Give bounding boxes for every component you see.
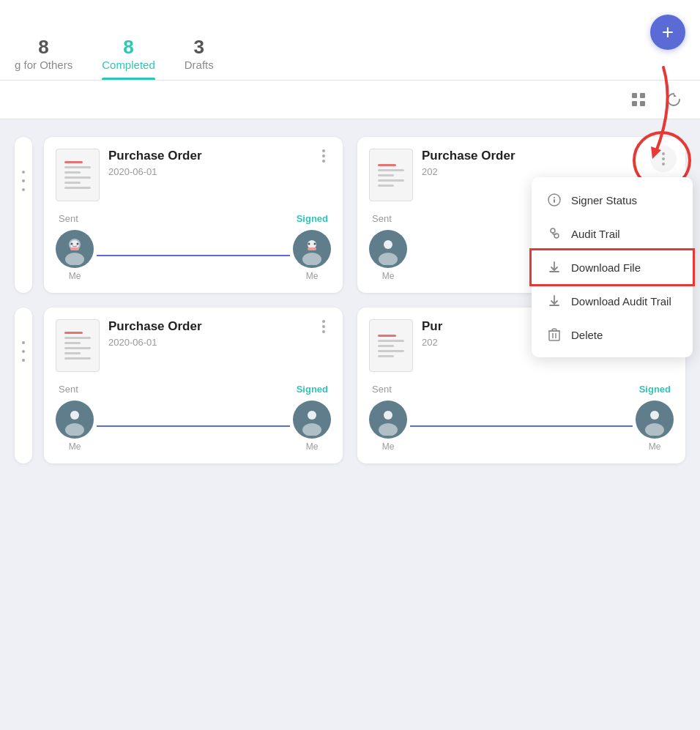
card-4-connector xyxy=(410,425,633,427)
toolbar xyxy=(0,81,700,119)
card-4-signer1: Me xyxy=(369,401,407,452)
card-1-header: Purchase Order 2020-06-01 xyxy=(56,149,331,201)
card-2-signer1-label: Me xyxy=(382,271,395,281)
refresh-button[interactable] xyxy=(662,88,685,111)
menu-delete-label: Delete xyxy=(571,329,603,341)
card-1-menu-button[interactable] xyxy=(313,146,334,166)
card-2-container: Purchase Order 202 Sent Me xyxy=(357,137,685,293)
card-4-avatar1 xyxy=(369,401,407,439)
svg-rect-3 xyxy=(640,101,645,106)
card-1-signed-status: Signed xyxy=(297,213,328,224)
menu-signer-status[interactable]: Signer Status xyxy=(532,183,693,217)
svg-point-15 xyxy=(314,243,316,245)
card-4-signer2-label: Me xyxy=(649,442,661,452)
card-3-info: Purchase Order 2020-06-01 xyxy=(108,319,331,348)
card-1-info: Purchase Order 2020-06-01 xyxy=(108,149,331,177)
card-1-signers: Me Me xyxy=(56,230,331,281)
card-3-connector xyxy=(97,425,290,427)
card-4-signed-status: Signed xyxy=(639,384,671,395)
tab-completed[interactable]: 8 Completed xyxy=(102,36,155,80)
card-3-avatar2 xyxy=(293,401,331,439)
svg-rect-23 xyxy=(554,199,555,203)
svg-point-14 xyxy=(308,243,310,245)
menu-download-file-label: Download File xyxy=(571,261,641,274)
svg-rect-2 xyxy=(632,101,637,106)
audit-trail-icon xyxy=(546,226,562,242)
card-1-connector xyxy=(97,255,290,256)
grid-view-button[interactable] xyxy=(627,88,650,111)
card-1: Purchase Order 2020-06-01 Sent Signed xyxy=(44,137,343,293)
card-2-date: 202 xyxy=(422,166,674,177)
three-dots-icon xyxy=(322,149,325,163)
card-4-thumbnail xyxy=(369,319,413,372)
svg-point-33 xyxy=(70,411,79,420)
card-2-sent-label: Sent xyxy=(372,213,392,224)
card-2-info: Purchase Order 202 xyxy=(422,149,674,177)
menu-signer-status-label: Signer Status xyxy=(571,194,637,206)
svg-point-42 xyxy=(650,411,659,420)
card-2-thumbnail xyxy=(369,149,413,201)
content-grid: Purchase Order 2020-06-01 Sent Signed xyxy=(0,119,700,481)
download-file-icon xyxy=(546,259,562,275)
card-1-status-row: Sent Signed xyxy=(56,213,331,224)
tab-waiting[interactable]: 8 g for Others xyxy=(15,36,72,80)
svg-point-39 xyxy=(384,411,392,420)
dropdown-menu: Signer Status Audit Trail xyxy=(532,177,693,357)
card-1-title: Purchase Order xyxy=(108,149,331,163)
card-3-date: 2020-06-01 xyxy=(108,337,331,348)
card-2-signer1: Me xyxy=(369,230,407,281)
card-1-signer1-label: Me xyxy=(69,271,81,281)
card-4-signers: Me Me xyxy=(369,401,674,452)
card-3-thumbnail xyxy=(56,319,100,372)
menu-audit-trail[interactable]: Audit Trail xyxy=(532,217,693,250)
card-1-avatar1 xyxy=(56,230,94,268)
three-dots-icon-3 xyxy=(322,320,325,333)
plus-icon: + xyxy=(662,21,674,44)
card-1-date: 2020-06-01 xyxy=(108,166,331,177)
tab-drafts-label: Drafts xyxy=(185,59,214,71)
info-icon xyxy=(546,192,562,208)
svg-rect-0 xyxy=(632,93,637,98)
card-3-title: Purchase Order xyxy=(108,319,331,334)
tab-completed-count: 8 xyxy=(123,36,133,59)
card-3-signers: Me Me xyxy=(56,401,331,452)
card-4-signer2: Me xyxy=(636,401,674,452)
card-4-sent-label: Sent xyxy=(372,384,392,395)
delete-icon xyxy=(546,327,562,343)
add-button[interactable]: + xyxy=(650,15,685,50)
svg-point-24 xyxy=(551,228,555,233)
card-4-signer1-label: Me xyxy=(382,442,395,452)
download-audit-trail-icon xyxy=(546,293,562,309)
header-actions: + xyxy=(650,15,685,50)
card-1-signer2-label: Me xyxy=(306,271,319,281)
card-3-signer1: Me xyxy=(56,401,94,452)
card-3: Purchase Order 2020-06-01 Sent Signed xyxy=(44,308,343,463)
card-1-avatar2 xyxy=(293,230,331,268)
card-4-avatar2 xyxy=(636,401,674,439)
card-3-signer2: Me xyxy=(293,401,331,452)
card-1-signer1: Me xyxy=(56,230,94,281)
menu-download-audit-trail[interactable]: Download Audit Trail xyxy=(532,284,693,318)
svg-rect-13 xyxy=(308,247,316,250)
card-2-menu-button[interactable] xyxy=(650,146,677,172)
card-4-status-row: Sent Signed xyxy=(369,384,674,395)
svg-point-36 xyxy=(308,411,316,420)
card-3-signer2-label: Me xyxy=(306,442,319,452)
tab-drafts[interactable]: 3 Drafts xyxy=(185,36,214,80)
menu-delete[interactable]: Delete xyxy=(532,318,693,351)
card-3-menu-button[interactable] xyxy=(313,316,334,337)
three-dots-icon-2 xyxy=(662,152,665,165)
menu-download-file[interactable]: Download File xyxy=(532,250,693,284)
svg-point-9 xyxy=(71,243,73,245)
card-3-avatar1 xyxy=(56,401,94,439)
menu-download-audit-trail-label: Download Audit Trail xyxy=(571,295,671,308)
card-3-signed-status: Signed xyxy=(297,384,328,395)
card-2-title: Purchase Order xyxy=(422,149,674,163)
tab-waiting-label: g for Others xyxy=(15,59,72,71)
card-1-sent-label: Sent xyxy=(59,213,78,224)
header: 8 g for Others 8 Completed 3 Drafts + xyxy=(0,0,700,81)
card-2-avatar1 xyxy=(369,230,407,268)
svg-point-22 xyxy=(554,197,555,198)
card-3-signer1-label: Me xyxy=(69,442,81,452)
svg-rect-1 xyxy=(640,93,645,98)
